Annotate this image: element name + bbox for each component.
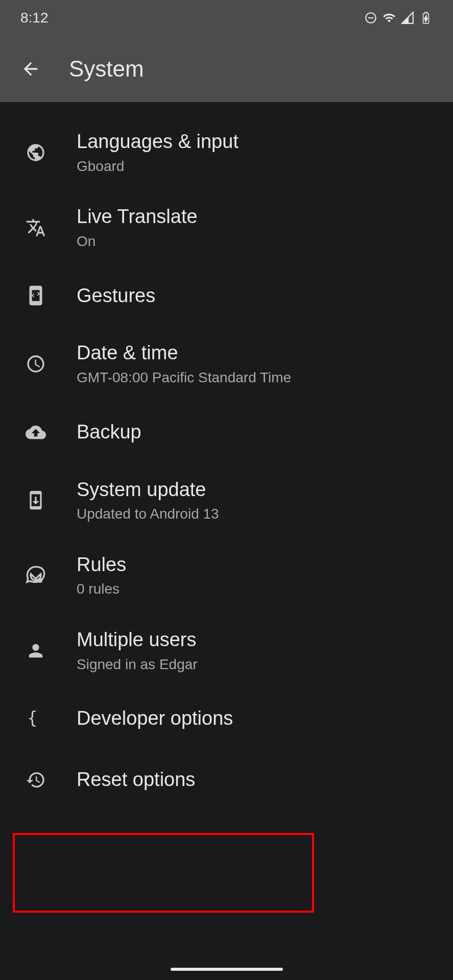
setting-text: Gestures — [77, 284, 155, 308]
setting-title: Live Translate — [77, 205, 198, 229]
setting-item-developer-options[interactable]: { } Developer options — [0, 688, 453, 749]
clock-icon — [26, 354, 46, 374]
rules-icon — [26, 565, 46, 585]
setting-text: Reset options — [77, 768, 195, 792]
translate-icon — [26, 217, 46, 238]
dnd-icon — [364, 11, 377, 24]
setting-item-date-time[interactable]: Date & time GMT-08:00 Pacific Standard T… — [0, 326, 453, 401]
setting-item-system-update[interactable]: System update Updated to Android 13 — [0, 463, 453, 538]
cloud-upload-icon — [26, 422, 46, 443]
setting-title: System update — [77, 478, 219, 502]
setting-title: Date & time — [77, 341, 291, 365]
history-icon — [26, 770, 46, 790]
setting-item-reset-options[interactable]: Reset options — [0, 749, 453, 811]
setting-text: Backup — [77, 421, 141, 444]
settings-list: Languages & input Gboard Live Translate … — [0, 102, 453, 811]
setting-text: Rules 0 rules — [77, 553, 126, 598]
braces-icon: { } — [26, 708, 46, 729]
setting-subtitle: GMT-08:00 Pacific Standard Time — [77, 369, 291, 386]
setting-subtitle: Updated to Android 13 — [77, 505, 219, 523]
setting-item-backup[interactable]: Backup — [0, 402, 453, 463]
globe-icon — [26, 142, 46, 163]
highlight-annotation — [13, 833, 314, 913]
setting-title: Developer options — [77, 707, 233, 730]
setting-item-rules[interactable]: Rules 0 rules — [0, 538, 453, 613]
setting-title: Multiple users — [77, 628, 198, 652]
status-time: 8:12 — [20, 10, 49, 26]
app-header: System — [0, 36, 453, 102]
setting-text: Developer options — [77, 707, 233, 730]
person-icon — [26, 641, 46, 661]
setting-text: Live Translate On — [77, 205, 198, 250]
battery-charging-icon — [419, 11, 433, 24]
setting-text: Multiple users Signed in as Edgar — [77, 628, 198, 673]
setting-subtitle: On — [77, 233, 198, 250]
setting-subtitle: Signed in as Edgar — [77, 656, 198, 673]
setting-item-gestures[interactable]: Gestures — [0, 265, 453, 326]
setting-item-live-translate[interactable]: Live Translate On — [0, 190, 453, 265]
setting-text: Date & time GMT-08:00 Pacific Standard T… — [77, 341, 291, 386]
gesture-icon — [26, 285, 46, 306]
status-bar: 8:12 — [0, 0, 453, 36]
setting-text: Languages & input Gboard — [77, 130, 239, 175]
setting-item-multiple-users[interactable]: Multiple users Signed in as Edgar — [0, 613, 453, 688]
setting-title: Backup — [77, 421, 141, 444]
back-arrow-icon[interactable] — [20, 59, 41, 79]
phone-update-icon — [26, 490, 46, 510]
setting-text: System update Updated to Android 13 — [77, 478, 219, 523]
setting-item-languages-input[interactable]: Languages & input Gboard — [0, 115, 453, 190]
signal-icon — [401, 11, 414, 24]
setting-title: Gestures — [77, 284, 155, 308]
svg-point-0 — [37, 578, 42, 583]
svg-text:{ }: { } — [27, 708, 46, 728]
page-title: System — [69, 56, 144, 82]
setting-subtitle: 0 rules — [77, 580, 126, 598]
status-icons — [364, 11, 433, 24]
setting-subtitle: Gboard — [77, 158, 239, 175]
setting-title: Languages & input — [77, 130, 239, 154]
setting-title: Rules — [77, 553, 126, 577]
setting-title: Reset options — [77, 768, 195, 792]
navigation-bar[interactable] — [171, 968, 283, 971]
wifi-icon — [383, 11, 396, 24]
